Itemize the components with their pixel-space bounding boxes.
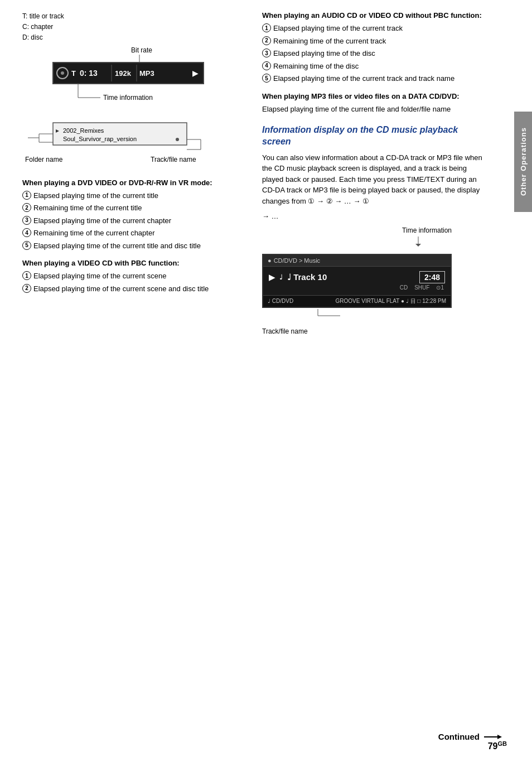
page-num-value: 79 <box>488 741 498 751</box>
mp3-heading: When playing MP3 files or video files on… <box>262 92 485 100</box>
right-column: When playing an AUDIO CD or VIDEO CD wit… <box>262 11 485 335</box>
audio-item-4-text: Remaining time of the disc <box>273 61 359 72</box>
vcd-item-2-text: Elapsed playing time of the current scen… <box>33 283 209 295</box>
audio-item-2-text: Remaining time of the current track <box>273 36 386 47</box>
bottom-right: GROOVE VIRTUAL FLAT ● ♩ 目 □ 12:28 PM <box>336 297 446 305</box>
cd-info-title: Information display on the CD music play… <box>262 124 485 148</box>
vcd-circle-2: 2 <box>22 284 31 293</box>
vcd-item-2: 2 Elapsed playing time of the current sc… <box>22 283 245 295</box>
diagram-top-labels: T: title or track C: chapter D: disc <box>22 11 245 44</box>
audio-item-5: 5 Elapsed playing time of the current tr… <box>262 73 485 84</box>
audio-cd-heading: When playing an AUDIO CD or VIDEO CD wit… <box>262 11 485 20</box>
track-name: ♩ Track 10 <box>287 272 327 282</box>
label-title-track: T: title or track <box>22 11 245 22</box>
sub-repeat: ⊙1 <box>436 285 444 291</box>
left-column: T: title or track C: chapter D: disc Bit… <box>22 11 245 335</box>
svg-point-3 <box>61 71 64 75</box>
audio-circle-2: 2 <box>262 36 271 45</box>
page-number: 79GB <box>488 740 507 751</box>
vcd-item-1-text: Elapsed playing time of the current scen… <box>33 271 166 282</box>
vcd-circle-1: 1 <box>22 271 31 280</box>
note-icon: ♩ <box>279 273 283 281</box>
sub-cd: CD <box>400 285 408 291</box>
track-file-arrow-svg <box>262 308 452 325</box>
main-content: T: title or track C: chapter D: disc Bit… <box>0 0 513 757</box>
dvd-item-1: 1 Elapsed playing time of the current ti… <box>22 190 245 201</box>
dvd-item-5: 5 Elapsed playing time of the current ti… <box>22 240 245 252</box>
dvd-item-2: 2 Remaining time of the current title <box>22 202 245 214</box>
cd-info-body: You can also view information about a CD… <box>262 152 485 207</box>
dvd-item-5-text: Elapsed playing time of the current titl… <box>33 240 201 252</box>
circle-2: 2 <box>22 203 31 212</box>
audio-item-4: 4 Remaining time of the disc <box>262 61 485 72</box>
track-file-name-label: Track/file name <box>262 327 485 335</box>
side-tab-label: Other Operations <box>519 128 528 196</box>
page-container: Other Operations T: title or track C: ch… <box>0 0 532 757</box>
label-chapter: C: chapter <box>22 22 245 32</box>
audio-item-5-text: Elapsed playing time of the current trac… <box>273 73 454 84</box>
dvd-item-3: 3 Elapsed playing time of the current ch… <box>22 215 245 226</box>
vcd-list: 1 Elapsed playing time of the current sc… <box>22 271 245 294</box>
dvd-section-heading: When playing a DVD VIDEO or DVD-R/-RW in… <box>22 179 245 187</box>
cd-screen-body: ▶ ♩ ♩ Track 10 2:48 CD SHUF ⊙1 <box>263 267 451 295</box>
sub-shuf: SHUF <box>414 285 429 291</box>
cd-screen-bottom-bar: ♩ CD/DVD GROOVE VIRTUAL FLAT ● ♩ 目 □ 12:… <box>263 295 451 307</box>
audio-circle-4: 4 <box>262 61 271 70</box>
circle-1: 1 <box>22 191 31 200</box>
diagram-area: T: title or track C: chapter D: disc Bit… <box>22 11 245 167</box>
svg-text:Soul_Survivor_rap_version: Soul_Survivor_rap_version <box>63 136 137 142</box>
svg-point-18 <box>176 138 179 141</box>
side-tab: Other Operations <box>514 112 532 212</box>
display-diagram-svg: Bit rate T 0: 13 <box>22 45 223 167</box>
cd-screen-top-bar: ● CD/DVD > Music <box>263 255 451 267</box>
dvd-item-4: 4 Remaining time of the current chapter <box>22 228 245 239</box>
time-box: 2:48 <box>419 271 445 283</box>
circle-5: 5 <box>22 241 31 250</box>
svg-text:Track/file name: Track/file name <box>151 156 196 163</box>
audio-circle-1: 1 <box>262 23 271 32</box>
svg-text:2002_Remixes: 2002_Remixes <box>63 127 104 134</box>
dvd-item-4-text: Remaining time of the current chapter <box>33 228 155 239</box>
svg-text:Time information: Time information <box>103 94 153 102</box>
dvd-item-3-text: Elapsed playing time of the current chap… <box>33 215 171 226</box>
svg-text:▸: ▸ <box>56 127 59 134</box>
dvd-item-1-text: Elapsed playing time of the current titl… <box>33 190 158 201</box>
bottom-left: ♩ CD/DVD <box>268 298 293 304</box>
vcd-section-heading: When playing a VIDEO CD with PBC functio… <box>22 259 245 267</box>
svg-text:192k: 192k <box>115 69 132 78</box>
dvd-list: 1 Elapsed playing time of the current ti… <box>22 190 245 252</box>
svg-text:Folder name: Folder name <box>25 156 63 163</box>
dvd-item-2-text: Remaining time of the current title <box>33 202 142 214</box>
svg-text:T: T <box>71 69 76 78</box>
audio-item-3: 3 Elapsed playing time of the disc <box>262 48 485 59</box>
two-col-layout: T: title or track C: chapter D: disc Bit… <box>22 11 485 335</box>
audio-item-1-text: Elapsed playing time of the current trac… <box>273 23 403 34</box>
time-display: 2:48 <box>424 273 440 282</box>
svg-text:MP3: MP3 <box>139 69 154 78</box>
cd-screen-path: CD/DVD > Music <box>274 257 320 264</box>
vcd-item-1: 1 Elapsed playing time of the current sc… <box>22 271 245 282</box>
play-icon: ▶ <box>269 273 275 282</box>
audio-item-1: 1 Elapsed playing time of the current tr… <box>262 23 485 34</box>
svg-text:0: 13: 0: 13 <box>80 69 98 78</box>
svg-text:▶: ▶ <box>192 69 199 78</box>
circle-4: 4 <box>22 228 31 237</box>
svg-marker-29 <box>415 244 421 247</box>
audio-circle-3: 3 <box>262 49 271 57</box>
time-info-arrow-svg <box>262 235 452 247</box>
audio-circle-5: 5 <box>262 74 271 83</box>
continued-label: Continued <box>438 732 480 741</box>
time-info-label: Time information <box>262 226 452 234</box>
audio-item-3-text: Elapsed playing time of the disc <box>273 48 375 59</box>
cd-info-arrow-continue: → … <box>262 211 485 222</box>
cd-track-row: ▶ ♩ ♩ Track 10 2:48 <box>269 271 445 283</box>
cd-screen-area: Time information ● CD/DVD > Music <box>262 226 485 335</box>
mp3-body: Elapsed playing time of the current file… <box>262 104 485 115</box>
audio-cd-list: 1 Elapsed playing time of the current tr… <box>262 23 485 84</box>
label-disc: D: disc <box>22 32 245 43</box>
cd-sub-row: CD SHUF ⊙1 <box>269 285 445 291</box>
audio-item-2: 2 Remaining time of the current track <box>262 36 485 47</box>
bitrate-label: Bit rate <box>131 46 152 54</box>
svg-marker-33 <box>497 735 502 739</box>
cd-screen-mockup: ● CD/DVD > Music ▶ ♩ ♩ Track 10 2:48 <box>262 254 452 308</box>
